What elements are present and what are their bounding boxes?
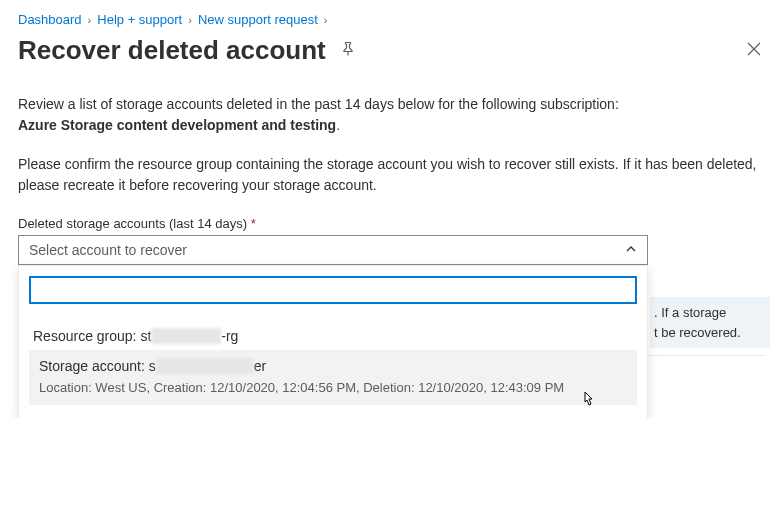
resource-group-header: Resource group: stxxxxxxxxxx-rg bbox=[29, 322, 637, 350]
chevron-right-icon: › bbox=[188, 14, 192, 26]
chevron-right-icon: › bbox=[324, 14, 328, 26]
breadcrumb-dashboard[interactable]: Dashboard bbox=[18, 12, 82, 27]
dropdown-panel: Resource group: stxxxxxxxxxx-rg Storage … bbox=[18, 265, 648, 418]
close-icon[interactable] bbox=[743, 38, 765, 64]
chevron-up-icon bbox=[625, 243, 637, 258]
breadcrumb: Dashboard › Help + support › New support… bbox=[18, 12, 765, 27]
deleted-accounts-dropdown: Select account to recover Resource group… bbox=[18, 235, 648, 265]
confirm-text: Please confirm the resource group contai… bbox=[18, 154, 765, 196]
intro-text: Review a list of storage accounts delete… bbox=[18, 94, 765, 136]
field-label: Deleted storage accounts (last 14 days) … bbox=[18, 216, 765, 231]
storage-account-details: Location: West US, Creation: 12/10/2020,… bbox=[39, 380, 627, 395]
breadcrumb-help-support[interactable]: Help + support bbox=[97, 12, 182, 27]
subscription-name: Azure Storage content development and te… bbox=[18, 117, 336, 133]
breadcrumb-new-support-request[interactable]: New support request bbox=[198, 12, 318, 27]
intro-line1: Review a list of storage accounts delete… bbox=[18, 96, 619, 112]
dropdown-search-input[interactable] bbox=[29, 276, 637, 304]
title-row: Recover deleted account bbox=[18, 35, 765, 66]
required-asterisk: * bbox=[251, 216, 256, 231]
chevron-right-icon: › bbox=[88, 14, 92, 26]
storage-account-option[interactable]: Storage account: sxxxxxxxxxxxxxxer Locat… bbox=[29, 350, 637, 405]
pin-icon[interactable] bbox=[340, 41, 356, 60]
dropdown-placeholder: Select account to recover bbox=[29, 242, 187, 258]
dropdown-toggle[interactable]: Select account to recover bbox=[18, 235, 648, 265]
page-title: Recover deleted account bbox=[18, 35, 326, 66]
info-box-peek: . If a storage t be recovered. bbox=[650, 297, 770, 348]
storage-account-name: Storage account: sxxxxxxxxxxxxxxer bbox=[39, 358, 627, 374]
